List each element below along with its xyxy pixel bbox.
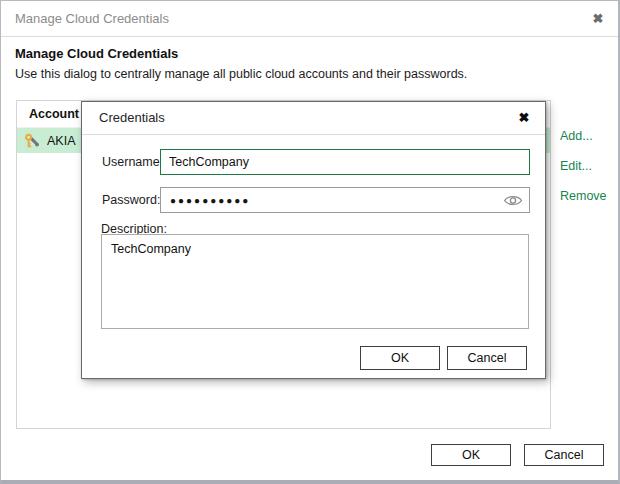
credentials-dialog-title: Credentials — [99, 102, 165, 134]
window-titlebar: Manage Cloud Credentials ✖ — [1, 1, 618, 37]
actions-panel: Add... Edit... Remove — [560, 127, 607, 217]
remove-link[interactable]: Remove — [560, 187, 607, 205]
close-icon[interactable]: ✖ — [516, 110, 532, 126]
username-label: Username: — [102, 155, 163, 169]
eye-icon[interactable] — [503, 194, 523, 207]
edit-link[interactable]: Edit... — [560, 157, 607, 175]
keys-icon — [24, 133, 40, 149]
manage-cloud-credentials-window: Manage Cloud Credentials ✖ Manage Cloud … — [0, 0, 620, 484]
credentials-dialog: Credentials ✖ Username: Password: Descri… — [81, 101, 546, 379]
dialog-ok-button[interactable]: OK — [360, 346, 440, 370]
description-field[interactable]: TechCompany — [101, 234, 529, 329]
dialog-cancel-button[interactable]: Cancel — [447, 346, 527, 370]
page-subtitle: Use this dialog to centrally manage all … — [15, 67, 467, 81]
cancel-button[interactable]: Cancel — [524, 444, 604, 466]
ok-button[interactable]: OK — [431, 444, 511, 466]
password-field-wrapper — [160, 187, 530, 213]
username-field[interactable] — [160, 149, 530, 175]
add-link[interactable]: Add... — [560, 127, 607, 145]
password-label: Password: — [102, 193, 160, 207]
credentials-dialog-titlebar: Credentials ✖ — [82, 102, 545, 135]
page-title: Manage Cloud Credentials — [15, 46, 178, 61]
window-title: Manage Cloud Credentials — [15, 1, 169, 37]
account-name: AKIA — [47, 134, 76, 148]
close-icon[interactable]: ✖ — [589, 10, 607, 28]
password-field[interactable] — [160, 187, 530, 213]
